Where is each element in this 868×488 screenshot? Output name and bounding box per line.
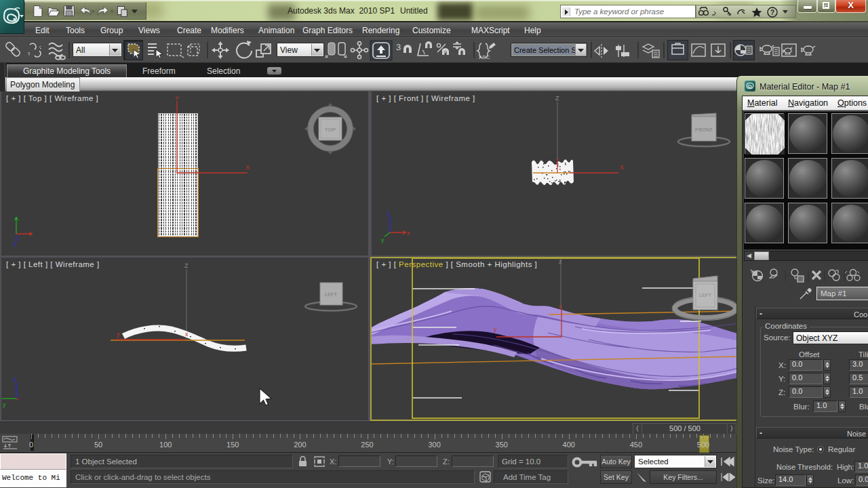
svg-text:y: y — [3, 401, 6, 408]
svg-text:y: y — [381, 237, 384, 243]
svg-text:x: x — [559, 303, 562, 310]
svg-text:x: x — [185, 331, 189, 338]
svg-text:Z: Z — [184, 262, 189, 269]
svg-text:y: y — [556, 157, 559, 163]
svg-text:FRONT: FRONT — [695, 127, 713, 133]
svg-text:LEFT: LEFT — [325, 291, 338, 298]
svg-text:z: z — [387, 210, 391, 217]
svg-text:LEFT: LEFT — [699, 292, 712, 298]
svg-text:Z: Z — [555, 95, 559, 102]
svg-text:x: x — [407, 230, 410, 237]
svg-text:ABC: ABC — [479, 54, 490, 60]
svg-text:TOP: TOP — [325, 127, 336, 133]
svg-text:z: z — [14, 376, 17, 383]
svg-text:Y: Y — [175, 95, 179, 102]
svg-text:y: y — [117, 331, 120, 338]
svg-text:3: 3 — [396, 42, 401, 52]
svg-text:X: X — [620, 164, 624, 171]
svg-text:?: ? — [770, 9, 774, 16]
svg-text:z: z — [559, 258, 562, 265]
svg-text:X: X — [245, 164, 250, 171]
svg-text:y: y — [494, 326, 497, 333]
